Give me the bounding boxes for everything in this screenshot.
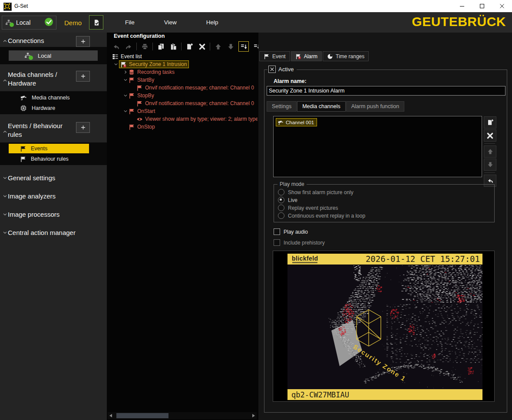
radio-replay[interactable]: Replay event pictures xyxy=(278,205,338,211)
expand-icon[interactable] xyxy=(3,194,7,198)
copy-button[interactable] xyxy=(156,42,165,51)
eye-icon xyxy=(136,116,143,122)
play-audio-row[interactable]: Play audio xyxy=(274,228,308,235)
delete-button[interactable] xyxy=(197,42,207,51)
sidebar-item-local[interactable]: Local xyxy=(9,50,98,61)
tree-row-viewer-action[interactable]: Viewer show alarm by type; viewer: 2; al… xyxy=(107,115,258,123)
sidebar-item-media-channels[interactable]: Media channels xyxy=(0,93,107,103)
active-checkbox[interactable] xyxy=(268,66,276,73)
alarm-name-input[interactable] xyxy=(267,86,505,96)
tab-alarm[interactable]: Alarm xyxy=(291,51,322,61)
blickfeld-logo: blickfeld xyxy=(292,255,318,262)
undo-button[interactable] xyxy=(111,42,121,51)
events-label: Events xyxy=(31,146,47,152)
collapse-icon[interactable] xyxy=(3,39,7,43)
menu-view[interactable]: View xyxy=(161,17,180,27)
subtab-label: Media channels xyxy=(302,103,340,109)
radio-live[interactable]: Live xyxy=(278,197,297,203)
tree-row-recording-tasks[interactable]: Recording tasks xyxy=(107,68,258,76)
add-event-node-button[interactable] xyxy=(185,42,194,51)
close-button[interactable] xyxy=(492,0,512,12)
radio-icon[interactable] xyxy=(278,205,284,211)
sidebar-item-events[interactable]: Events xyxy=(9,144,89,153)
subtab-media-channels[interactable]: Media channels xyxy=(297,101,346,112)
move-up-button[interactable] xyxy=(213,42,223,51)
sort-mode-button[interactable] xyxy=(238,41,249,52)
horizontal-scrollbar[interactable] xyxy=(108,412,257,419)
scroll-left-arrow[interactable] xyxy=(108,412,114,419)
radio-icon[interactable] xyxy=(278,189,284,195)
channel-up-button[interactable] xyxy=(484,146,496,158)
print-button[interactable] xyxy=(140,42,149,51)
sidebar-item-hardware[interactable]: Hardware xyxy=(0,103,107,113)
tree-row-security-zone[interactable]: Security Zone 1 Intrusion xyxy=(107,60,258,68)
menu-help[interactable]: Help xyxy=(203,17,222,27)
section-central-action-manager[interactable]: Central action manager xyxy=(8,228,103,237)
remove-channel-button[interactable] xyxy=(484,129,496,142)
chevron-down-icon[interactable] xyxy=(122,109,129,113)
tree-row-onstop[interactable]: OnStop xyxy=(107,123,258,131)
collapse-icon[interactable] xyxy=(3,78,7,83)
move-down-button[interactable] xyxy=(226,42,235,51)
section-image-analyzers[interactable]: Image analyzers xyxy=(8,192,103,201)
undo-icon xyxy=(112,43,120,50)
section-connections[interactable]: Connections xyxy=(8,36,73,45)
tree-row-stopby[interactable]: StopBy xyxy=(107,92,258,99)
section-image-processors[interactable]: Image processors xyxy=(8,210,103,219)
tab-event[interactable]: Event xyxy=(259,51,290,61)
radio-icon[interactable] xyxy=(278,197,284,203)
active-legend: Active xyxy=(268,66,297,73)
chevron-right-icon[interactable] xyxy=(122,70,129,74)
include-prehistory-label: Include prehistory xyxy=(284,240,325,246)
chevron-down-icon[interactable] xyxy=(122,78,129,82)
collapse-icon[interactable] xyxy=(3,129,7,134)
tree-label: Viewer show alarm by type; viewer: 2; al… xyxy=(145,116,258,122)
button-separator xyxy=(484,143,495,144)
close-icon xyxy=(499,3,505,9)
section-general-settings[interactable]: General settings xyxy=(8,174,103,182)
maximize-button[interactable] xyxy=(472,0,492,12)
redo-button[interactable] xyxy=(124,42,133,51)
tree-row-onvif-stop[interactable]: Onvif notification message; channel: Cha… xyxy=(107,99,258,107)
tree-label: OnStop xyxy=(137,124,155,130)
expand-icon[interactable] xyxy=(3,230,7,235)
add-connection-button[interactable] xyxy=(76,36,90,47)
radio-show-first[interactable]: Show first alarm picture only xyxy=(278,189,353,195)
scrollbar-thumb[interactable] xyxy=(116,413,168,418)
include-prehistory-checkbox[interactable] xyxy=(274,239,280,246)
tree-label: Security Zone 1 Intrusion xyxy=(129,61,187,67)
chevron-down-icon[interactable] xyxy=(122,93,129,98)
tree-row-startby[interactable]: StartBy xyxy=(107,76,258,84)
event-toolbar xyxy=(111,41,261,52)
scroll-right-arrow[interactable] xyxy=(251,412,257,419)
add-channel-button[interactable] xyxy=(484,116,496,129)
subtab-settings[interactable]: Settings xyxy=(267,101,297,112)
minimize-button[interactable] xyxy=(452,0,472,12)
selected-tree-node[interactable]: Security Zone 1 Intrusion xyxy=(119,60,189,68)
tab-time-ranges[interactable]: Time ranges xyxy=(323,51,369,61)
tree-row-onstart[interactable]: OnStart xyxy=(107,107,258,115)
section-events-rules[interactable]: Events / Behaviour rules xyxy=(8,122,73,139)
tree-row-onvif-start[interactable]: Onvif notification message; channel: Cha… xyxy=(107,84,258,92)
chevron-down-icon[interactable] xyxy=(113,62,119,66)
play-audio-checkbox[interactable] xyxy=(274,228,280,235)
media-channel-list[interactable]: Channel 001 xyxy=(273,116,482,177)
subtab-alarm-push[interactable]: Alarm push function xyxy=(346,101,404,112)
radio-icon[interactable] xyxy=(278,212,284,219)
include-prehistory-row[interactable]: Include prehistory xyxy=(274,239,325,246)
paste-button[interactable] xyxy=(168,42,178,51)
expand-icon[interactable] xyxy=(3,212,7,217)
apply-config-button[interactable] xyxy=(89,15,103,30)
section-media-hardware[interactable]: Media channels / Hardware xyxy=(8,70,73,88)
channel-down-button[interactable] xyxy=(484,159,496,171)
menu-file[interactable]: File xyxy=(122,17,138,27)
tree-row-event-list[interactable]: Event list xyxy=(107,53,258,60)
osd-timestamp: 2026-01-12 CET 15:27:01 xyxy=(366,254,480,264)
sidebar-item-behaviour-rules[interactable]: Behaviour rules xyxy=(9,154,89,164)
add-event-button[interactable] xyxy=(76,122,90,133)
channel-item[interactable]: Channel 001 xyxy=(276,118,317,126)
app-icon xyxy=(3,3,12,11)
expand-icon[interactable] xyxy=(3,175,7,180)
add-media-button[interactable] xyxy=(76,71,90,82)
radio-continuous[interactable]: Continuous event replay in a loop xyxy=(278,212,365,219)
